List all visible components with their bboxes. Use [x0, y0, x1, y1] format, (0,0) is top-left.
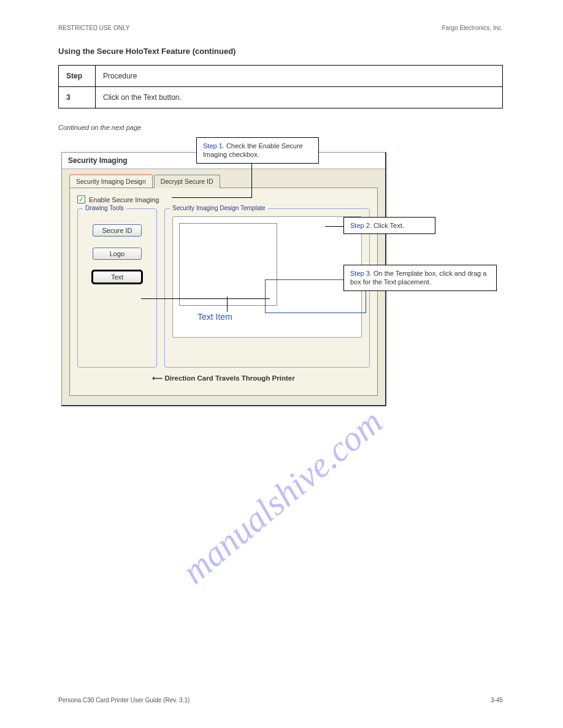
tab-decrypt[interactable]: Decrypt Secure ID — [154, 175, 220, 188]
text-button[interactable]: Text — [93, 271, 142, 283]
leader-line — [141, 298, 270, 299]
step-number: 3 — [59, 87, 96, 108]
enable-secure-imaging-checkbox[interactable]: ✓ — [77, 195, 85, 203]
enable-secure-imaging-label: Enable Secure Imaging — [89, 196, 159, 203]
table-row: Step Procedure — [59, 66, 503, 87]
tab-strip: Security Imaging Design Decrypt Secure I… — [69, 174, 385, 188]
drawing-tools-legend: Drawing Tools — [83, 205, 126, 211]
header-right: Fargo Electronics, Inc. — [442, 25, 503, 31]
card-direction-label: Direction Card Travels Through Printer — [77, 374, 370, 382]
tab-panel: ✓ Enable Secure Imaging Drawing Tools Se… — [69, 188, 378, 396]
step-text: Click on the Text button. — [96, 87, 503, 108]
callout-step2: Step 2. Click Text. — [343, 217, 435, 234]
callout-step1: Step 1. Check the Enable Secure Imaging … — [196, 137, 319, 164]
template-canvas[interactable]: Text Item — [172, 216, 362, 338]
leader-line — [251, 161, 252, 197]
drawing-tools-group: Drawing Tools Secure ID Logo Text — [77, 208, 157, 368]
callout-step2-text: Click Text. — [373, 222, 404, 229]
callout-step2-label: Step 2. — [350, 222, 372, 229]
screenshot: Step 1. Check the Enable Secure Imaging … — [61, 137, 439, 407]
enable-secure-imaging-row: ✓ Enable Secure Imaging — [77, 195, 370, 203]
text-placement-box[interactable] — [179, 223, 277, 306]
leader-line — [325, 226, 343, 227]
step-col-header: Step — [59, 66, 96, 87]
callout-step3-label: Step 3. — [350, 270, 372, 277]
text-item-label: Text Item — [197, 312, 232, 322]
secure-id-button[interactable]: Secure ID — [93, 224, 142, 237]
table-row: 3 Click on the Text button. — [59, 87, 503, 108]
logo-button[interactable]: Logo — [93, 248, 142, 260]
callout-step1-label: Step 1. — [203, 142, 224, 150]
callout-step3: Step 3. On the Template box, click and d… — [343, 265, 497, 291]
proc-col-header: Procedure — [96, 66, 503, 87]
tab-design[interactable]: Security Imaging Design — [69, 174, 153, 188]
step-table: Step Procedure 3 Click on the Text butto… — [58, 65, 503, 108]
footer-right: 3-45 — [491, 697, 503, 703]
page-header: RESTRICTED USE ONLY Fargo Electronics, I… — [58, 25, 503, 31]
template-group: Security Imaging Design Template Text It… — [164, 208, 370, 368]
dialog-window: Security Imaging Security Imaging Design… — [61, 152, 386, 406]
page-footer: Persona C30 Card Printer User Guide (Rev… — [58, 697, 503, 703]
section-title: Using the Secure HoloText Feature (conti… — [58, 47, 503, 56]
watermark: manualshive.com — [174, 401, 391, 591]
continued-note: Continued on the next page — [58, 124, 503, 131]
header-left: RESTRICTED USE ONLY — [58, 25, 130, 31]
footer-left: Persona C30 Card Printer User Guide (Rev… — [58, 697, 190, 703]
leader-line — [172, 197, 252, 198]
template-legend: Security Imaging Design Template — [170, 205, 268, 211]
